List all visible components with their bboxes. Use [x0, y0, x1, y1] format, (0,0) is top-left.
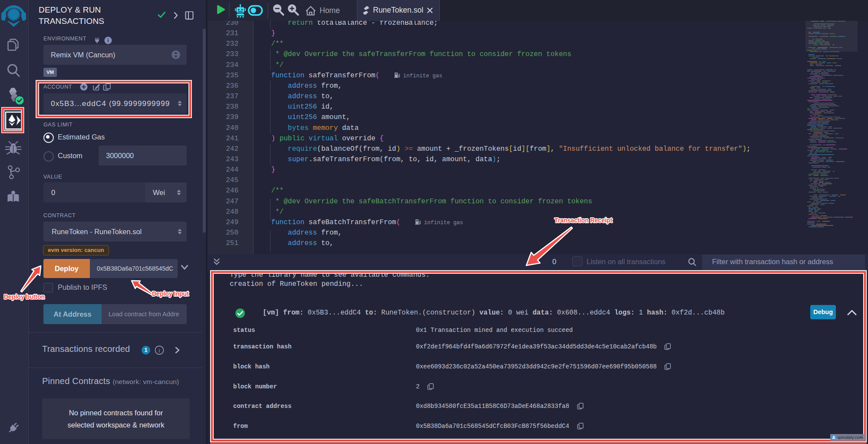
svg-text:i: i [158, 347, 160, 354]
svg-text:Home: Home [320, 6, 340, 15]
